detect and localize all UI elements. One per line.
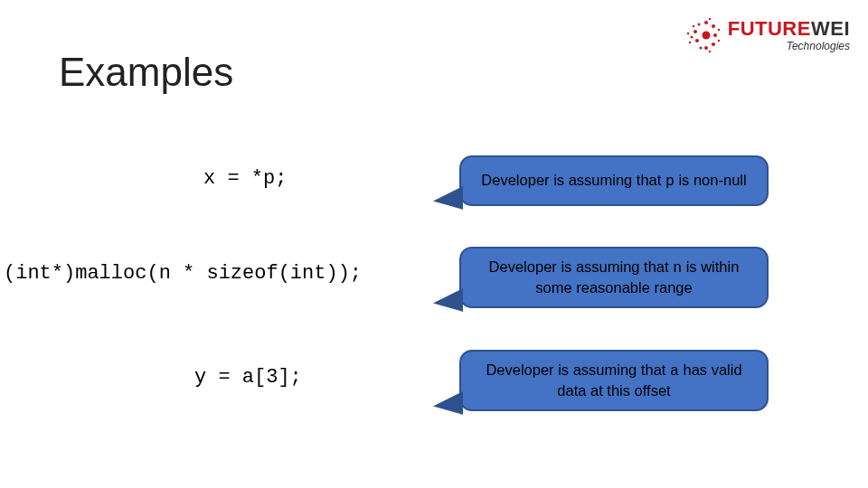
- annotation-var: a: [670, 362, 679, 380]
- annotation-callout: Developer is assuming that p is non-null: [459, 155, 769, 206]
- brand-subtitle: Technologies: [728, 41, 850, 52]
- annotation-callout: Developer is assuming that a has valid d…: [459, 350, 769, 411]
- svg-point-14: [689, 42, 691, 43]
- svg-point-3: [712, 24, 715, 28]
- svg-point-10: [699, 47, 702, 50]
- svg-point-0: [702, 32, 710, 40]
- svg-point-12: [718, 40, 720, 42]
- annotation-text-pre: Developer is assuming that: [486, 361, 670, 378]
- svg-point-2: [695, 39, 699, 42]
- brand-logo: FUTUREWEI Technologies: [679, 14, 850, 57]
- svg-point-13: [687, 33, 689, 34]
- svg-point-8: [690, 36, 693, 39]
- sunburst-icon: [679, 14, 722, 57]
- annotation-var: n: [673, 259, 682, 277]
- callout-tail-icon: [436, 393, 463, 417]
- svg-point-7: [704, 46, 708, 50]
- annotation-var: p: [665, 173, 675, 190]
- svg-point-17: [709, 18, 711, 20]
- code-snippet: x = *p;: [203, 167, 287, 190]
- annotation-text-post: is non-null: [675, 172, 747, 188]
- code-snippet: (int*)malloc(n * sizeof(int));: [4, 262, 362, 285]
- svg-point-1: [693, 30, 697, 33]
- svg-point-9: [697, 23, 700, 26]
- svg-point-4: [713, 33, 717, 37]
- svg-point-6: [704, 21, 708, 24]
- svg-point-5: [712, 42, 715, 46]
- code-snippet: y = a[3];: [194, 366, 302, 389]
- svg-point-11: [718, 29, 720, 31]
- annotation-text-pre: Developer is assuming that: [481, 172, 665, 188]
- slide-title: Examples: [59, 50, 233, 95]
- brand-name: FUTUREWEI: [728, 19, 850, 39]
- annotation-text-pre: Developer is assuming that: [489, 258, 674, 275]
- annotation-callout: Developer is assuming that n is within s…: [459, 247, 769, 308]
- svg-point-16: [709, 51, 711, 52]
- callout-tail-icon: [436, 290, 463, 314]
- callout-tail-icon: [436, 188, 463, 211]
- svg-point-15: [693, 25, 694, 27]
